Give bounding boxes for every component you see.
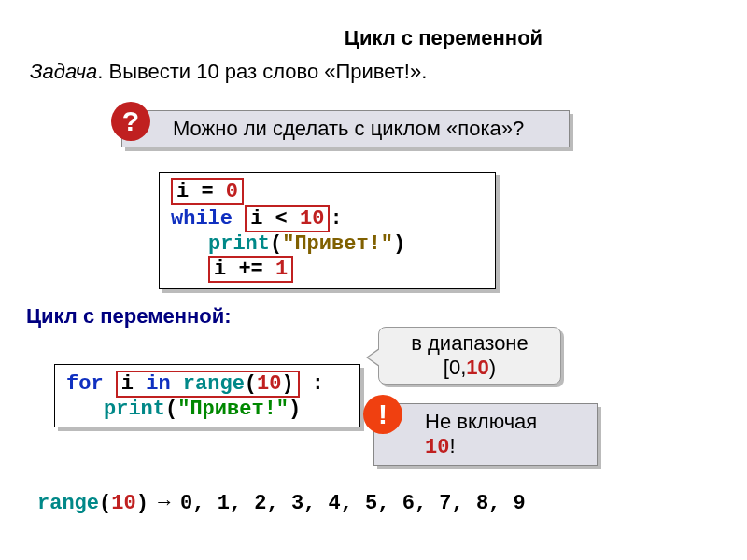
code-line: for i in range(10) :: [66, 371, 348, 398]
paren: ): [136, 492, 148, 515]
callout-exclaim-text: Не включая: [425, 410, 537, 433]
code-block-while: i = 0 while i < 10: print("Привет!") i +…: [159, 172, 496, 289]
colon: :: [300, 372, 324, 396]
callout-question: ? Можно ли сделать с циклом «пока»?: [121, 110, 570, 147]
speech-line2: [0,10): [390, 356, 549, 380]
keyword-for: for: [66, 372, 104, 396]
number-literal: 10: [257, 372, 281, 396]
range-expansion: range(10) → 0, 1, 2, 3, 4, 5, 6, 7, 8, 9: [37, 490, 526, 515]
var-i: i: [121, 372, 146, 396]
boxed-incr: i += 1: [208, 256, 293, 283]
number-literal: 10: [466, 356, 488, 379]
problem-statement: Задача. Вывести 10 раз слово «Привет!».: [30, 60, 717, 84]
code-line: while i < 10:: [171, 205, 484, 232]
code-line: i += 1: [171, 256, 484, 283]
page-title: Цикл с переменной: [140, 26, 747, 50]
string-literal: "Привет!": [177, 398, 289, 421]
fn-range: range: [171, 372, 245, 396]
problem-label: Задача: [30, 60, 97, 83]
paren: ): [393, 232, 405, 256]
fn-print: print: [208, 232, 270, 256]
text: i +=: [214, 258, 275, 281]
fn-range: range: [37, 492, 99, 515]
sequence-text: 0, 1, 2, 3, 4, 5, 6, 7, 8, 9: [180, 492, 526, 515]
text: [0,: [444, 356, 466, 379]
speech-line1: в диапазоне: [390, 331, 549, 356]
text: ): [489, 356, 496, 379]
callout-question-container: ? Можно ли сделать с циклом «пока»?: [121, 110, 570, 147]
text: i <: [250, 207, 300, 231]
string-literal: "Привет!": [282, 232, 393, 256]
keyword-in: in: [146, 372, 170, 396]
code-line: i = 0: [171, 178, 484, 205]
problem-text: . Вывести 10 раз слово «Привет!».: [97, 60, 427, 83]
code-block-for: for i in range(10) : print("Привет!"): [54, 364, 360, 427]
arrow-icon: →: [148, 490, 180, 513]
excl: !: [449, 434, 455, 457]
code-line: print("Привет!"): [171, 232, 484, 256]
section-label-for: Цикл с переменной:: [26, 304, 232, 329]
paren: ): [289, 398, 301, 421]
number-literal: 10: [300, 207, 324, 231]
boxed-cond: i < 10: [245, 205, 330, 232]
paren: (: [99, 492, 111, 515]
number-literal: 1: [275, 258, 288, 281]
speech-tail-icon: [366, 348, 379, 367]
code-line: print("Привет!"): [66, 398, 348, 421]
speech-range: в диапазоне [0,10): [378, 327, 561, 385]
boxed-for-head: i in range(10): [116, 371, 300, 398]
number-literal: 10: [111, 492, 135, 515]
paren: ): [281, 372, 293, 396]
callout-question-text: Можно ли сделать с циклом «пока»?: [173, 117, 524, 140]
paren: (: [270, 232, 282, 256]
text: i =: [176, 180, 226, 203]
boxed-init: i = 0: [171, 178, 244, 205]
number-literal: 0: [226, 180, 238, 203]
fn-print: print: [104, 398, 165, 421]
callout-exclaim-container: ! Не включая 10!: [374, 403, 598, 466]
exclaim-badge-icon: !: [363, 395, 402, 434]
callout-exclaim: ! Не включая 10!: [374, 403, 598, 466]
colon: :: [330, 207, 342, 231]
question-badge-icon: ?: [111, 102, 150, 141]
keyword-while: while: [171, 207, 233, 231]
paren: (: [165, 398, 177, 421]
paren: (: [245, 372, 257, 396]
number-literal: 10: [425, 436, 449, 459]
